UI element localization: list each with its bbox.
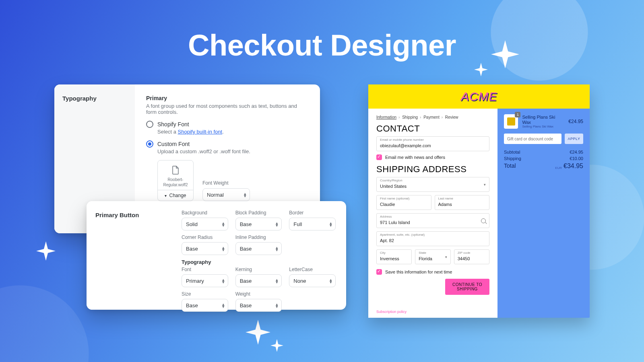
item-qty-badge: 1 (515, 112, 520, 117)
uploaded-font-name: Roobert-Regular.woff2 (158, 176, 193, 190)
file-icon (158, 165, 193, 176)
brand-logo: ACME (461, 90, 497, 103)
corner-radius-select[interactable]: Base▴▾ (182, 242, 228, 255)
custom-font-hint: Upload a custom .woff2 or .woff font fil… (157, 148, 309, 154)
font-weight-label: Font Weight (202, 180, 250, 186)
kerning-select[interactable]: Base▴▾ (235, 274, 282, 287)
shopify-font-hint: Select a Shopify built-in font. (157, 129, 309, 135)
stepper-icon: ▴▾ (222, 303, 225, 308)
primary-button-card: Primary Button Background Solid▴▾ Block … (87, 201, 346, 310)
apartment-field[interactable]: Apartment, suite, etc. (optional) Apt. 8… (376, 231, 489, 246)
order-summary: 1 Selling Plans Ski Wax Selling Plans Sk… (497, 109, 590, 318)
section-primary-button-label: Primary Button (95, 212, 162, 218)
email-field[interactable]: Email or mobile phone number obiezulauf@… (376, 136, 489, 151)
crumb-payment[interactable]: Payment (423, 115, 439, 119)
radio-custom-label: Custom Font (157, 141, 190, 147)
city-field[interactable]: City Inverness (376, 249, 412, 264)
total-row: Total EUR €34.95 (504, 162, 583, 170)
item-thumbnail: 1 (504, 114, 518, 129)
inline-padding-select[interactable]: Base▴▾ (235, 242, 282, 255)
save-info-input[interactable] (376, 269, 382, 275)
page-title: Checkout Designer (0, 28, 644, 62)
subtotal-row: Subtotal€24.95 (504, 150, 583, 154)
lettercase-select[interactable]: None▴▾ (289, 274, 336, 287)
weight-label: Weight (235, 291, 282, 297)
inline-padding-label: Inline Padding (235, 234, 282, 240)
promo-code-input[interactable] (504, 134, 561, 144)
font-select[interactable]: Primary▴▾ (182, 274, 228, 287)
kerning-label: Kerning (235, 267, 282, 272)
primary-title: Primary (146, 95, 309, 101)
primary-subtitle: A font group used for most components su… (146, 103, 309, 115)
crumb-shipping[interactable]: Shipping (402, 115, 418, 119)
stepper-icon: ▴▾ (330, 278, 332, 283)
lettercase-label: LetterCase (289, 267, 336, 272)
border-label: Border (289, 210, 336, 216)
block-padding-label: Block Padding (235, 210, 282, 216)
preview-header: ACME (368, 84, 590, 109)
crumb-information[interactable]: Information (376, 115, 396, 119)
news-offers-input[interactable] (376, 154, 382, 160)
save-info-checkbox[interactable]: Save this information for next time (376, 269, 489, 275)
uploaded-font-tile: Roobert-Regular.woff2 ▾ Change (157, 160, 194, 201)
apply-promo-button[interactable]: APPLY (565, 134, 583, 144)
item-price: €24.95 (568, 119, 583, 124)
change-font-button[interactable]: ▾ Change (158, 190, 193, 201)
item-subtitle: Selling Plans Ski Wax (522, 125, 564, 128)
radio-shopify-font[interactable] (146, 121, 153, 128)
weight-select[interactable]: Base▴▾ (235, 299, 282, 312)
shopify-builtin-font-link[interactable]: Shopify built-in font (178, 129, 223, 135)
continue-shipping-button[interactable]: CONTINUE TO SHIPPING (445, 279, 489, 295)
corner-radius-label: Corner Radius (182, 234, 228, 240)
cart-item: 1 Selling Plans Ski Wax Selling Plans Sk… (504, 114, 583, 129)
stepper-icon: ▴▾ (276, 278, 278, 283)
font-label: Font (182, 267, 228, 272)
font-weight-select[interactable]: Normal ▴▾ (202, 188, 250, 201)
typography-subheader: Typography (182, 259, 336, 265)
chevron-down-icon: ▾ (165, 193, 167, 198)
background-select[interactable]: Solid▴▾ (182, 218, 228, 230)
address-field[interactable]: Address 971 Lulu Island (376, 213, 489, 228)
crumb-review[interactable]: Review (445, 115, 458, 119)
radio-custom-font[interactable] (146, 140, 153, 148)
stepper-icon: ▴▾ (222, 278, 225, 283)
size-label: Size (182, 291, 228, 297)
breadcrumb: Information› Shipping› Payment› Review (376, 115, 489, 119)
shipping-row: Shipping€10.00 (504, 156, 583, 161)
stepper-icon: ▴▾ (276, 246, 278, 251)
background-label: Background (182, 210, 228, 216)
first-name-field[interactable]: First name (optional) Claudie (376, 195, 431, 210)
search-icon (481, 218, 486, 223)
section-typography-label: Typography (62, 95, 127, 102)
last-name-field[interactable]: Last name Adams (435, 195, 490, 210)
stepper-icon: ▴▾ (330, 222, 332, 226)
zip-field[interactable]: ZIP code 34450 (454, 249, 489, 264)
size-select[interactable]: Base▴▾ (182, 299, 228, 312)
stepper-icon: ▴▾ (222, 222, 225, 226)
shipping-heading: SHIPPING ADDRESS (376, 164, 489, 175)
stepper-icon: ▴▾ (276, 303, 278, 308)
radio-shopify-label: Shopify Font (157, 121, 189, 128)
state-select[interactable]: State Florida (415, 249, 450, 264)
item-name: Selling Plans Ski Wax (522, 115, 564, 124)
stepper-icon: ▴▾ (244, 192, 246, 197)
stepper-icon: ▴▾ (276, 222, 278, 226)
news-offers-checkbox[interactable]: Email me with news and offers (376, 154, 489, 160)
stepper-icon: ▴▾ (222, 246, 225, 251)
border-select[interactable]: Full▴▾ (289, 218, 336, 230)
subscription-policy-link[interactable]: Subscription policy (376, 310, 407, 314)
checkout-preview: ACME Information› Shipping› Payment› Rev… (368, 84, 590, 318)
contact-heading: CONTACT (376, 123, 489, 134)
country-select[interactable]: Country/Region United States (376, 177, 489, 192)
block-padding-select[interactable]: Base▴▾ (235, 218, 282, 230)
